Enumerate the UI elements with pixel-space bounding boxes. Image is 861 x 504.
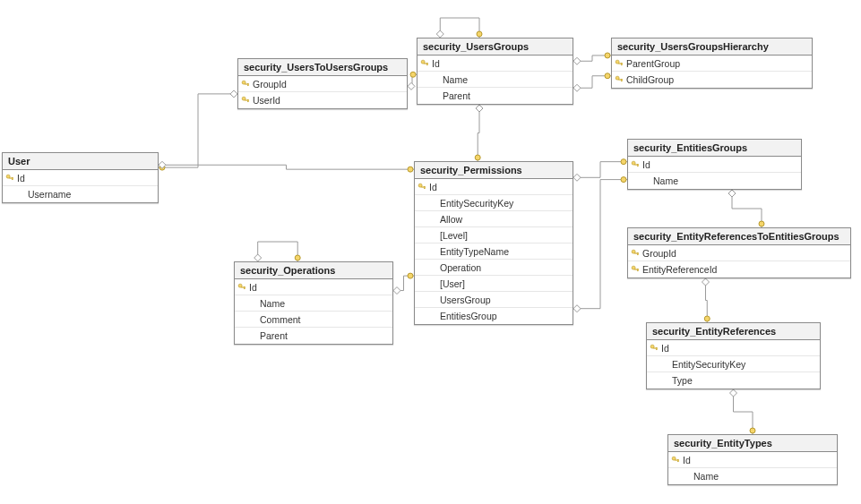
column-row[interactable]: Type	[647, 372, 820, 389]
entity-body: IdName	[668, 452, 837, 484]
column-row[interactable]: EntitySecurityKey	[415, 195, 573, 211]
entity-usersGroups[interactable]: security_UsersGroupsIdNameParent	[417, 38, 573, 105]
entity-body: ParentGroupChildGroup	[612, 56, 812, 88]
column-row[interactable]: EntitySecurityKey	[647, 356, 820, 372]
svg-rect-16	[248, 83, 249, 86]
column-icon	[670, 471, 681, 482]
entity-body: GroupIdEntityReferenceId	[628, 245, 850, 278]
column-row[interactable]: Comment	[235, 312, 392, 328]
column-row[interactable]: Id	[668, 452, 837, 468]
svg-point-0	[477, 31, 482, 37]
column-icon	[649, 375, 659, 386]
column-row[interactable]: [Level]	[415, 227, 573, 243]
entity-usersGroupsHierarchy[interactable]: security_UsersGroupsHierarchyParentGroup…	[611, 38, 813, 89]
svg-rect-19	[248, 99, 249, 102]
svg-rect-40	[245, 286, 245, 289]
entity-permissions[interactable]: security_PermissionsIdEntitySecurityKeyA…	[414, 161, 573, 325]
primary-key-icon	[614, 58, 624, 69]
column-row[interactable]: Name	[668, 468, 837, 484]
entity-header[interactable]: security_Operations	[235, 262, 392, 279]
column-row[interactable]: GroupId	[628, 245, 850, 261]
svg-point-12	[750, 428, 755, 433]
entity-header[interactable]: security_EntityTypes	[668, 435, 837, 452]
entity-entityReferences[interactable]: security_EntityReferencesIdEntitySecurit…	[646, 322, 821, 389]
column-name: Id	[642, 159, 797, 170]
column-row[interactable]: Operation	[415, 260, 573, 276]
column-name: Comment	[260, 314, 389, 325]
entity-body: IdNameCommentParent	[235, 279, 392, 344]
column-row[interactable]: Username	[3, 186, 158, 202]
entity-body: IdName	[628, 157, 801, 189]
column-name: EntitySecurityKey	[440, 198, 569, 209]
entity-entityTypes[interactable]: security_EntityTypesIdName	[667, 434, 838, 485]
svg-rect-31	[13, 177, 13, 180]
svg-rect-34	[425, 186, 426, 189]
svg-point-1	[295, 255, 300, 261]
primary-key-icon	[417, 182, 427, 192]
column-row[interactable]: Parent	[418, 88, 573, 104]
entity-header[interactable]: security_EntitiesGroups	[628, 140, 801, 157]
primary-key-icon	[630, 159, 641, 170]
svg-rect-52	[678, 459, 679, 462]
column-row[interactable]: [User]	[415, 276, 573, 292]
svg-point-7	[475, 155, 480, 160]
entity-usersToUsersGroups[interactable]: security_UsersToUsersGroupsGroupIdUserId	[237, 58, 408, 109]
column-icon	[417, 278, 427, 289]
entity-header[interactable]: security_UsersToUsersGroups	[238, 59, 407, 76]
column-row[interactable]: Id	[415, 179, 573, 195]
column-name: GroupId	[642, 248, 847, 259]
column-icon	[417, 198, 427, 209]
column-icon	[630, 175, 641, 186]
column-row[interactable]: EntityTypeName	[415, 243, 573, 260]
entity-entitiesGroups[interactable]: security_EntitiesGroupsIdName	[627, 139, 802, 190]
column-name: Id	[432, 58, 569, 69]
column-name: EntityReferenceId	[642, 264, 847, 275]
entity-header[interactable]: security_EntityReferences	[647, 323, 820, 340]
column-name: Name	[693, 471, 833, 482]
primary-key-icon	[649, 343, 659, 354]
svg-rect-43	[638, 252, 639, 255]
column-row[interactable]: EntityReferenceId	[628, 261, 850, 278]
column-row[interactable]: ChildGroup	[612, 72, 812, 88]
entity-header[interactable]: security_UsersGroupsHierarchy	[612, 38, 812, 56]
column-row[interactable]: Id	[235, 279, 392, 295]
column-row[interactable]: UsersGroup	[415, 292, 573, 308]
entity-operations[interactable]: security_OperationsIdNameCommentParent	[234, 261, 393, 345]
primary-key-icon	[419, 58, 430, 69]
column-row[interactable]: GroupId	[238, 76, 407, 92]
column-name: Id	[661, 343, 816, 354]
entity-entityRefsToEntitiesGroups[interactable]: security_EntityReferencesToEntitiesGroup…	[627, 227, 851, 278]
entity-header[interactable]: security_EntityReferencesToEntitiesGroup…	[628, 228, 850, 245]
primary-key-icon	[630, 264, 641, 275]
column-row[interactable]: Allow	[415, 211, 573, 227]
column-row[interactable]: Parent	[235, 328, 392, 344]
column-name: Name	[443, 74, 569, 85]
column-name: GroupId	[253, 79, 403, 90]
column-row[interactable]: Id	[418, 56, 573, 72]
entity-header[interactable]: security_UsersGroups	[418, 38, 573, 56]
column-row[interactable]: Id	[3, 170, 158, 186]
entity-header[interactable]: User	[3, 153, 158, 170]
svg-point-10	[759, 221, 764, 226]
entity-user[interactable]: UserIdUsername	[2, 152, 159, 203]
column-icon	[649, 359, 659, 370]
svg-point-6	[408, 167, 413, 172]
column-row[interactable]: Name	[235, 295, 392, 312]
entity-header[interactable]: security_Permissions	[415, 162, 573, 179]
column-row[interactable]: Name	[418, 72, 573, 88]
column-row[interactable]: Id	[647, 340, 820, 356]
column-row[interactable]: UserId	[238, 92, 407, 108]
column-name: Allow	[440, 214, 569, 225]
svg-point-3	[605, 53, 610, 58]
column-row[interactable]: ParentGroup	[612, 56, 812, 72]
column-row[interactable]: EntitiesGroup	[415, 308, 573, 324]
column-name: Name	[260, 298, 389, 309]
column-icon	[417, 214, 427, 225]
svg-point-9	[621, 159, 626, 165]
entity-body: GroupIdUserId	[238, 76, 407, 108]
column-name: EntitySecurityKey	[672, 359, 816, 370]
column-row[interactable]: Name	[628, 173, 801, 189]
column-row[interactable]: Id	[628, 157, 801, 173]
column-name: UsersGroup	[440, 295, 569, 305]
column-name: Id	[683, 455, 833, 466]
